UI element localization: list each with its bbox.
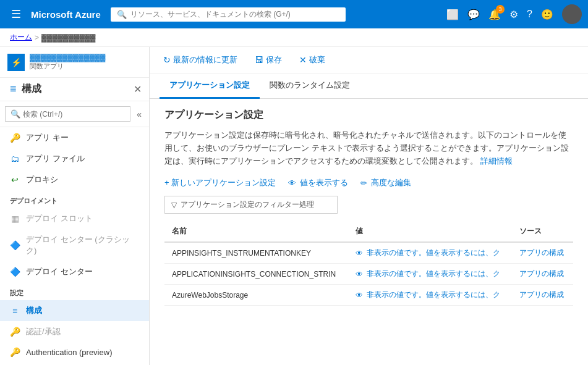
- content-body: アプリケーション設定 アプリケーション設定は保存時に暗号化され、暗号化されたチャ…: [150, 99, 588, 365]
- value-eye-icon: 👁: [356, 291, 363, 300]
- settings-section-header: 設定: [0, 282, 149, 300]
- discard-button[interactable]: ✕ 破棄: [296, 52, 329, 68]
- add-setting-button[interactable]: + 新しいアプリケーション設定: [164, 177, 276, 188]
- settings-icon[interactable]: ⚙: [509, 9, 518, 20]
- col-header-value: 値: [348, 221, 512, 242]
- action-buttons-row: + 新しいアプリケーション設定 👁 値を表示する ✏ 高度な編集: [164, 177, 573, 188]
- col-header-source: ソース: [512, 221, 573, 242]
- sidebar-item-app-insights[interactable]: ◉ Application Insights: [0, 362, 149, 365]
- toolbar: ↻ 最新の情報に更新 🖫 保存 ✕ 破棄: [150, 47, 588, 73]
- sidebar-item-label: デプロイ センター: [26, 266, 93, 277]
- hidden-value-text: 非表示の値です。値を表示するには、ク: [367, 248, 500, 258]
- sidebar-item-label: プロキシ: [26, 174, 58, 185]
- show-values-label: 値を表示する: [300, 177, 348, 188]
- advanced-edit-button[interactable]: ✏ 高度な編集: [360, 177, 411, 188]
- sidebar-search-icon: 🔍: [11, 109, 20, 119]
- filter-placeholder-text: アプリケーション設定のフィルター処理: [181, 199, 314, 210]
- table-row: APPLICATIONINSIGHTS_CONNECTION_STRIN 👁 非…: [164, 264, 573, 285]
- sidebar: ⚡ ▓▓▓▓▓▓▓▓▓▓▓▓▓▓ 関数アプリ ≡ 構成 ✕ 🔍 « 🔑 アプリ …: [0, 47, 150, 365]
- nav-icons: ⬜ 💬 🔔 3 ⚙ ? 🙂: [446, 4, 582, 24]
- sidebar-search-box[interactable]: 🔍: [5, 106, 130, 122]
- hidden-value-text: 非表示の値です。値を表示するには、ク: [367, 290, 500, 300]
- help-icon[interactable]: ?: [527, 9, 532, 20]
- global-search[interactable]: 🔍: [111, 7, 346, 22]
- sidebar-item-label: アプリ ファイル: [26, 153, 85, 164]
- resource-icon: ⚡: [7, 54, 25, 71]
- table-row: AzureWebJobsStorage 👁 非表示の値です。値を表示するには、ク…: [164, 285, 573, 306]
- resource-name: ▓▓▓▓▓▓▓▓▓▓▓▓▓▓: [30, 53, 142, 62]
- notifications-icon[interactable]: 🔔 3: [488, 9, 501, 20]
- breadcrumb-home[interactable]: ホーム: [10, 32, 32, 43]
- setting-source-cell: アプリの構成: [512, 285, 573, 306]
- section-description: アプリケーション設定は保存時に暗号化され、暗号化されたチャネルで送信されます。以…: [164, 129, 573, 167]
- file-icon: 🗂: [10, 154, 20, 164]
- setting-value-cell[interactable]: 👁 非表示の値です。値を表示するには、ク: [348, 264, 512, 285]
- proxy-icon: ↩: [10, 175, 20, 185]
- emoji-icon[interactable]: 🙂: [541, 9, 553, 20]
- sidebar-search-input[interactable]: [23, 110, 125, 119]
- tab-runtime-settings[interactable]: 関数のランタイム設定: [260, 73, 360, 99]
- source-badge: アプリの構成: [519, 290, 564, 299]
- sidebar-item-auth[interactable]: 🔑 認証/承認: [0, 321, 149, 342]
- deploy-slots-icon: ▦: [10, 214, 20, 224]
- cloud-shell-icon[interactable]: ⬜: [446, 9, 459, 20]
- hidden-value-text: 非表示の値です。値を表示するには、ク: [367, 269, 500, 279]
- pencil-icon: ✏: [360, 178, 367, 188]
- settings-table: 名前 値 ソース APPINSIGHTS_INSTRUMENTATIONKEY …: [164, 221, 573, 306]
- deploy-center-classic-icon: 🔷: [10, 240, 20, 250]
- content-area: ↻ 最新の情報に更新 🖫 保存 ✕ 破棄 アプリケーション設定 関数のランタイム…: [150, 47, 588, 365]
- breadcrumb: ホーム > ▓▓▓▓▓▓▓▓▓▓: [0, 28, 588, 47]
- search-input[interactable]: [130, 10, 339, 19]
- sidebar-item-app-keys[interactable]: 🔑 アプリ キー: [0, 127, 149, 148]
- config-menu-icon: ≡: [10, 306, 20, 316]
- sidebar-item-deploy-center[interactable]: 🔷 デプロイ センター: [0, 261, 149, 282]
- tab-app-settings[interactable]: アプリケーション設定: [160, 73, 260, 99]
- tabs: アプリケーション設定 関数のランタイム設定: [150, 73, 588, 99]
- sidebar-collapse-button[interactable]: «: [134, 107, 144, 122]
- setting-name-cell: AzureWebJobsStorage: [164, 285, 348, 306]
- sidebar-search-area: 🔍 «: [0, 101, 149, 127]
- feedback-icon[interactable]: 💬: [467, 9, 480, 20]
- discard-label: 破棄: [309, 54, 325, 65]
- save-icon: 🖫: [255, 55, 263, 65]
- sidebar-item-config[interactable]: ≡ 構成: [0, 300, 149, 321]
- col-header-name: 名前: [164, 221, 348, 242]
- show-values-button[interactable]: 👁 値を表示する: [288, 177, 348, 188]
- details-link[interactable]: 詳細情報: [480, 156, 513, 166]
- sidebar-item-deploy-center-classic[interactable]: 🔷 デプロイ センター (クラシック): [0, 229, 149, 261]
- setting-name-cell: APPLICATIONINSIGHTS_CONNECTION_STRIN: [164, 264, 348, 285]
- deployment-section-header: デプロイメント: [0, 190, 149, 208]
- sidebar-item-label: 認証/承認: [26, 326, 61, 337]
- refresh-label: 最新の情報に更新: [173, 54, 237, 65]
- refresh-icon: ↻: [163, 55, 171, 65]
- sidebar-nav: 🔑 アプリ キー 🗂 アプリ ファイル ↩ プロキシ デプロイメント ▦ デプロ…: [0, 127, 149, 365]
- sidebar-item-label: アプリ キー: [26, 132, 69, 143]
- setting-value-cell[interactable]: 👁 非表示の値です。値を表示するには、ク: [348, 242, 512, 264]
- hamburger-icon[interactable]: ☰: [6, 5, 26, 23]
- source-badge: アプリの構成: [519, 269, 564, 278]
- add-setting-label: + 新しいアプリケーション設定: [164, 177, 276, 188]
- refresh-button[interactable]: ↻ 最新の情報に更新: [160, 52, 241, 68]
- close-panel-button[interactable]: ✕: [134, 83, 142, 95]
- sidebar-item-label: Authentication (preview): [26, 348, 112, 357]
- sidebar-item-auth-preview[interactable]: 🔑 Authentication (preview): [0, 342, 149, 362]
- sidebar-item-app-files[interactable]: 🗂 アプリ ファイル: [0, 148, 149, 169]
- deploy-center-icon: 🔷: [10, 267, 20, 277]
- search-icon: 🔍: [117, 10, 127, 19]
- sidebar-item-deploy-slots[interactable]: ▦ デプロイ スロット: [0, 208, 149, 229]
- resource-header: ⚡ ▓▓▓▓▓▓▓▓▓▓▓▓▓▓ 関数アプリ: [0, 47, 149, 78]
- breadcrumb-separator: >: [35, 33, 39, 42]
- setting-source-cell: アプリの構成: [512, 242, 573, 264]
- sidebar-item-proxy[interactable]: ↩ プロキシ: [0, 169, 149, 190]
- save-label: 保存: [266, 54, 282, 65]
- save-button[interactable]: 🖫 保存: [251, 52, 286, 68]
- user-avatar[interactable]: [562, 4, 582, 24]
- setting-value-cell[interactable]: 👁 非表示の値です。値を表示するには、ク: [348, 285, 512, 306]
- setting-name-cell: APPINSIGHTS_INSTRUMENTATIONKEY: [164, 242, 348, 264]
- setting-source-cell: アプリの構成: [512, 264, 573, 285]
- breadcrumb-current: ▓▓▓▓▓▓▓▓▓▓: [41, 33, 95, 42]
- source-badge: アプリの構成: [519, 248, 564, 257]
- table-row: APPINSIGHTS_INSTRUMENTATIONKEY 👁 非表示の値です…: [164, 242, 573, 264]
- filter-bar[interactable]: ▽ アプリケーション設定のフィルター処理: [164, 196, 338, 214]
- sidebar-item-label: デプロイ センター (クラシック): [26, 234, 139, 256]
